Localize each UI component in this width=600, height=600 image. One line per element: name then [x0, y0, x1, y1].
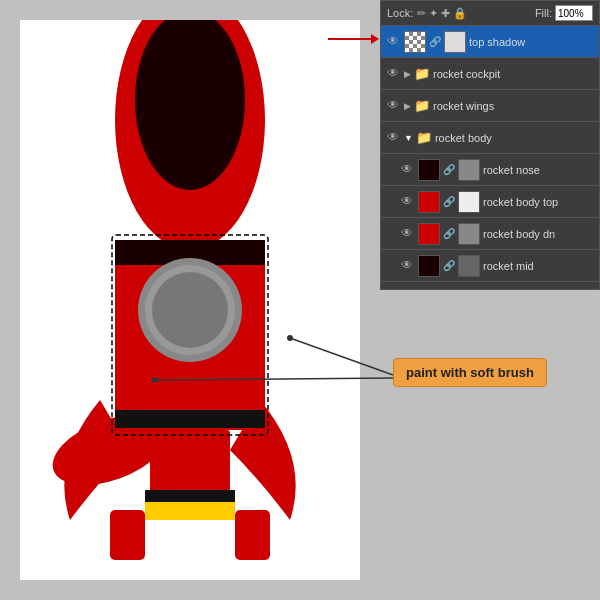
svg-point-8: [152, 272, 228, 348]
lock-label: Lock:: [387, 7, 413, 19]
layer-row-rocket-wings[interactable]: 👁 ▶ 📁 rocket wings: [381, 90, 599, 122]
name-rocket-body: rocket body: [435, 132, 595, 144]
layer-row-rocket-body[interactable]: 👁 ▼ 📁 rocket body: [381, 122, 599, 154]
lock-icon-4[interactable]: 🔒: [453, 7, 467, 20]
eye-icon-rocket-wings[interactable]: 👁: [385, 98, 401, 114]
lock-icon-3[interactable]: ✚: [441, 7, 450, 20]
link-rocket-body-top: 🔗: [443, 196, 455, 207]
thumb2-top-shadow: [444, 31, 466, 53]
name-rocket-cockpit: rocket cockpit: [433, 68, 595, 80]
fill-area: Fill:: [535, 5, 593, 21]
eye-icon-rocket-cockpit[interactable]: 👁: [385, 66, 401, 82]
folder-icon-wings: 📁: [414, 98, 430, 113]
lock-icons: ✏ ✦ ✚ 🔒: [417, 7, 467, 20]
thumb-rocket-body-dn: [418, 223, 440, 245]
red-arrow: [328, 38, 378, 40]
thumb2-rocket-nose: [458, 159, 480, 181]
name-rocket-mid: rocket mid: [483, 260, 595, 272]
name-rocket-wings: rocket wings: [433, 100, 595, 112]
eye-icon-rocket-mid[interactable]: 👁: [399, 258, 415, 274]
thumb2-rocket-mid: [458, 255, 480, 277]
eye-icon-top-shadow[interactable]: 👁: [385, 34, 401, 50]
layer-row-rocket-nose[interactable]: 👁 🔗 rocket nose: [381, 154, 599, 186]
layer-row-rocket-body-top[interactable]: 👁 🔗 rocket body top: [381, 186, 599, 218]
name-rocket-nose: rocket nose: [483, 164, 595, 176]
thumb2-rocket-body-dn: [458, 223, 480, 245]
canvas-area: paint with soft brush Lock: ✏ ✦ ✚ 🔒 Fill…: [0, 0, 600, 600]
thumb-rocket-mid: [418, 255, 440, 277]
lock-icon-1[interactable]: ✏: [417, 7, 426, 20]
folder-icon-cockpit: 📁: [414, 66, 430, 81]
svg-rect-10: [110, 510, 145, 560]
link-top-shadow: 🔗: [429, 36, 441, 47]
svg-rect-11: [235, 510, 270, 560]
arrow-icon-body[interactable]: ▼: [404, 133, 413, 143]
layers-panel: Lock: ✏ ✦ ✚ 🔒 Fill: 👁 🔗 top shadow 👁 ▶: [380, 0, 600, 290]
svg-rect-14: [145, 490, 235, 502]
eye-icon-rocket-body-dn[interactable]: 👁: [399, 226, 415, 242]
name-rocket-body-top: rocket body top: [483, 196, 595, 208]
eye-icon-rocket-body[interactable]: 👁: [385, 130, 401, 146]
lock-icon-2[interactable]: ✦: [429, 7, 438, 20]
svg-rect-13: [145, 500, 235, 520]
fill-input[interactable]: [555, 5, 593, 21]
link-rocket-nose: 🔗: [443, 164, 455, 175]
rocket-svg: [20, 20, 360, 580]
thumb-top-shadow: [404, 31, 426, 53]
svg-rect-9: [115, 410, 265, 428]
thumb2-rocket-body-top: [458, 191, 480, 213]
layer-row-top-shadow[interactable]: 👁 🔗 top shadow: [381, 26, 599, 58]
layer-row-rocket-mid[interactable]: 👁 🔗 rocket mid: [381, 250, 599, 282]
thumb-rocket-body-top: [418, 191, 440, 213]
link-rocket-mid: 🔗: [443, 260, 455, 271]
link-rocket-body-dn: 🔗: [443, 228, 455, 239]
arrow-icon-cockpit[interactable]: ▶: [404, 69, 411, 79]
eye-icon-rocket-nose[interactable]: 👁: [399, 162, 415, 178]
layers-header: Lock: ✏ ✦ ✚ 🔒 Fill:: [381, 1, 599, 26]
name-rocket-body-dn: rocket body dn: [483, 228, 595, 240]
thumb-rocket-nose: [418, 159, 440, 181]
layer-row-rocket-cockpit[interactable]: 👁 ▶ 📁 rocket cockpit: [381, 58, 599, 90]
annotation-tooltip: paint with soft brush: [393, 358, 547, 387]
layer-row-rocket-body-dn[interactable]: 👁 🔗 rocket body dn: [381, 218, 599, 250]
eye-icon-rocket-body-top[interactable]: 👁: [399, 194, 415, 210]
name-top-shadow: top shadow: [469, 36, 595, 48]
fill-label: Fill:: [535, 7, 552, 19]
arrow-icon-wings[interactable]: ▶: [404, 101, 411, 111]
folder-icon-body: 📁: [416, 130, 432, 145]
